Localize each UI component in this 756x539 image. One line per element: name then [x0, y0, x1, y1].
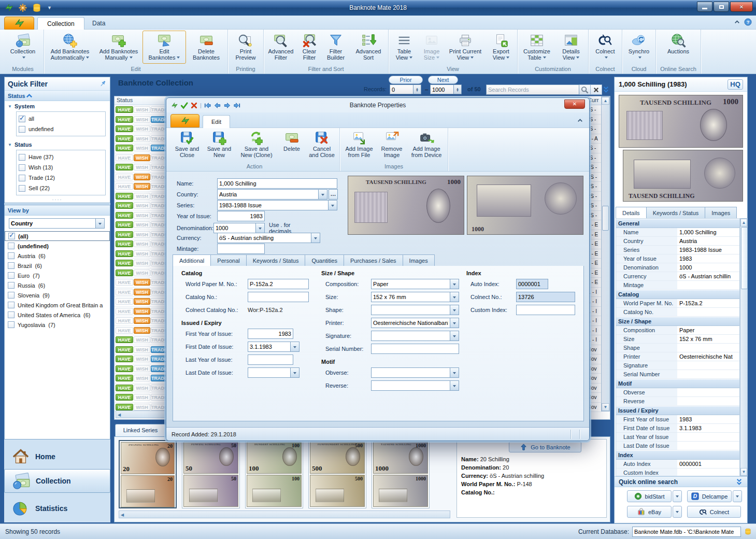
checkbox[interactable] [19, 154, 25, 161]
maximize-button[interactable] [714, 2, 729, 12]
input-serial-number[interactable] [371, 344, 459, 354]
quick-search-dropdown[interactable] [673, 506, 682, 518]
ribbon-button-print-preview[interactable]: Print Preview [229, 31, 262, 64]
status-badge-h[interactable]: HAVE [116, 164, 133, 171]
status-badge-h[interactable]: HAVE [116, 404, 133, 410]
ribbon-button-auctions[interactable]: Auctions [657, 31, 700, 64]
table-row[interactable]: HAVEWISHTRADE [115, 239, 166, 249]
table-row[interactable]: HAVEWISHTRADE [115, 134, 166, 144]
scroll-down-icon[interactable]: ▼ [602, 403, 609, 411]
table-row[interactable]: HAVEWISHTRADE [115, 144, 166, 153]
status-badge-w[interactable]: WISH [134, 356, 150, 362]
hq-button[interactable]: HQ [728, 79, 743, 90]
ribbon-button-add-banknotes-manually[interactable]: Add Banknotes Manually [95, 31, 142, 64]
status-badge-h[interactable]: HAVE [116, 394, 133, 401]
scroll-up-icon[interactable]: ▲ [602, 97, 609, 105]
quick-online-search-header[interactable]: Quick online search [615, 476, 747, 487]
table-row[interactable]: HAVEWISHTRADE [115, 316, 166, 326]
dropdown-arrow-icon[interactable] [450, 305, 459, 315]
ribbon-button-synchro[interactable]: Synchro [623, 31, 654, 64]
status-badge-w[interactable]: WISH [134, 212, 150, 219]
table-vertical-scrollbar[interactable]: ▲ ▼ [601, 96, 610, 412]
checkbox[interactable] [19, 164, 25, 171]
table-row[interactable]: HAVEWISHTRADE [115, 364, 166, 374]
status-badge-h[interactable]: HAVE [116, 317, 133, 324]
filter-item-sell-22[interactable]: Sell (22) [19, 183, 103, 193]
dialog-app-menu-button[interactable] [170, 114, 199, 127]
filter-item-trade-12[interactable]: Trade (12) [19, 173, 103, 183]
input-world-paper-m-no[interactable] [248, 279, 309, 289]
ribbon-button-image-size[interactable]: Image Size [419, 31, 445, 64]
close-button[interactable]: ✕ [730, 2, 753, 12]
view-by-item-brazil[interactable]: Brazil (6) [5, 261, 110, 271]
ribbon-button-filter-builder[interactable]: Filter Builder [322, 31, 350, 64]
status-badge-h[interactable]: HAVE [116, 279, 133, 286]
column-header-status[interactable]: Status [115, 96, 166, 105]
table-row[interactable]: HAVEWISHTRADE [115, 345, 166, 355]
input-composition[interactable] [371, 279, 450, 289]
ribbon-button-details-view[interactable]: Details View [555, 31, 587, 64]
details-row-catalog-no[interactable]: Catalog No. [616, 308, 739, 317]
table-row[interactable]: HAVEWISHTRADE [115, 297, 166, 307]
status-badge-w[interactable]: WISH [134, 116, 150, 123]
dropdown-arrow-icon[interactable] [319, 189, 327, 200]
sidebar-nav-statistics[interactable]: Statistics [4, 497, 110, 520]
details-row-size[interactable]: Size 152 x 76 mm [616, 335, 739, 344]
status-badge-h[interactable]: HAVE [116, 240, 133, 247]
status-badge-h[interactable]: HAVE [116, 385, 133, 391]
quick-search-bidstart-button[interactable]: bidStart [627, 490, 672, 502]
status-badge-w[interactable]: WISH [134, 145, 150, 151]
dropdown-arrow-icon[interactable] [450, 279, 459, 289]
dialog-button-delete[interactable]: Delete [278, 129, 305, 161]
view-by-select-input[interactable] [9, 218, 96, 229]
status-badge-h[interactable]: HAVE [116, 298, 133, 305]
input-last-year-of-issue[interactable] [248, 354, 293, 365]
status-badge-w[interactable]: WISH [134, 289, 150, 295]
details-row-country[interactable]: Country Austria [616, 237, 739, 246]
status-badge-t[interactable]: TRADE [151, 308, 166, 315]
series-field[interactable] [217, 200, 329, 210]
details-row-last-year-of-issue[interactable]: Last Year of Issue [616, 433, 739, 442]
status-badge-t[interactable]: TRADE [151, 375, 166, 381]
dialog-tab-personal[interactable]: Personal [211, 254, 246, 266]
next-button[interactable]: Next [428, 76, 458, 84]
input-shape[interactable] [371, 305, 450, 315]
view-by-item-all[interactable]: (all) [5, 231, 110, 241]
checkbox[interactable] [8, 302, 15, 308]
table-row[interactable]: HAVEWISHTRADE [115, 393, 166, 403]
view-by-item-russia[interactable]: Russia (6) [5, 280, 110, 290]
table-row[interactable]: HAVEWISHTRADE [115, 259, 166, 268]
details-row-last-date-of-issue[interactable]: Last Date of Issue [616, 442, 739, 450]
status-badge-w[interactable]: WISH [134, 375, 150, 381]
dialog-banknote-reverse-image[interactable]: 1000 [467, 176, 583, 235]
status-badge-w[interactable]: WISH [134, 327, 150, 334]
dialog-tab-additional[interactable]: Additional [173, 254, 211, 266]
status-badge-h[interactable]: HAVE [116, 183, 133, 190]
currency-field[interactable] [217, 233, 311, 243]
ribbon-button-customize-table[interactable]: Customize Table [519, 31, 555, 64]
status-badge-t[interactable]: TRADE [151, 279, 166, 286]
status-badge-t[interactable]: TRADE [151, 317, 166, 324]
status-badge-w[interactable]: WISH [134, 125, 150, 132]
details-row-year-of-issue[interactable]: Year of Issue 1983 [616, 254, 739, 263]
checkbox[interactable] [19, 175, 25, 181]
details-group-motif[interactable]: Motif [616, 379, 739, 388]
status-badge-w[interactable]: WISH [134, 365, 150, 372]
dialog-tab-edit[interactable]: Edit [203, 115, 230, 128]
records-from-spinner[interactable]: ▲▼ [390, 84, 421, 94]
quick-search-dropdown[interactable] [733, 490, 742, 502]
quick-search-ebay-button[interactable]: eBay [627, 506, 672, 518]
minimize-button[interactable] [697, 2, 712, 12]
details-row-obverse[interactable]: Obverse [616, 388, 739, 397]
status-badge-t[interactable]: TRADE [151, 250, 166, 257]
dropdown-arrow-icon[interactable] [450, 292, 459, 302]
status-badge-h[interactable]: HAVE [116, 202, 133, 209]
prior-button[interactable]: Prior [389, 76, 423, 84]
status-badge-t[interactable]: TRADE [151, 183, 166, 190]
table-row[interactable]: HAVEWISHTRADE [115, 249, 166, 259]
scroll-down-icon[interactable]: ▼ [740, 468, 747, 476]
input-custom-index[interactable] [516, 305, 575, 315]
dropdown-arrow-icon[interactable] [256, 223, 265, 233]
view-by-item-undefined[interactable]: (undefined) [5, 241, 110, 251]
status-badge-w[interactable]: WISH [134, 250, 150, 257]
